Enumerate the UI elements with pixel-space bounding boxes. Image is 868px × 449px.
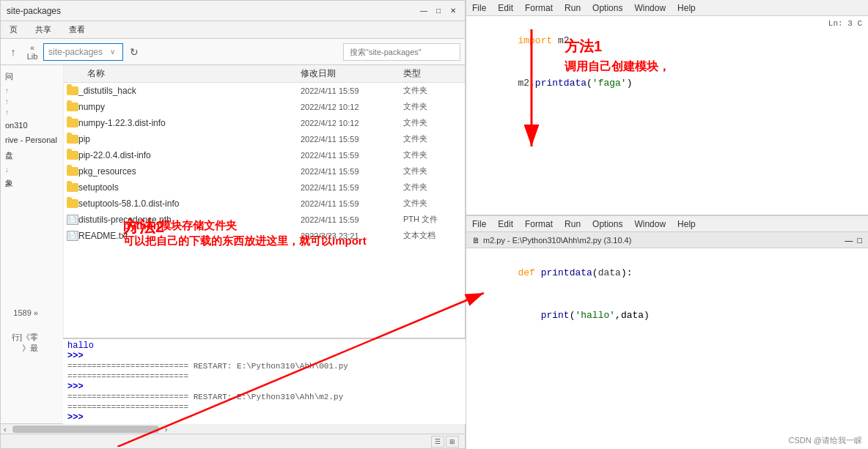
bottom-minimize[interactable]: — xyxy=(845,236,853,245)
folder-icon xyxy=(67,135,78,144)
table-row[interactable]: 📄distutils-precedence.pth2022/4/11 15:59… xyxy=(64,212,465,228)
file-type: 文件夹 xyxy=(403,133,462,144)
menu-edit-top[interactable]: Edit xyxy=(496,3,515,13)
menu-window-top[interactable]: Window xyxy=(633,3,667,13)
line-indicator: Ln: 3 C xyxy=(828,19,862,28)
file-date: 2022/4/11 15:59 xyxy=(301,183,403,192)
editor-bottom-title-bar: 🗎 m2.py - E:\Python310\Ahh\m2.py (3.10.4… xyxy=(466,232,868,248)
address-path[interactable]: site-packages ∨ xyxy=(43,43,123,61)
hscroll-thumb[interactable] xyxy=(12,426,159,433)
editor-bottom: File Edit Format Run Options Window Help… xyxy=(466,216,868,449)
scroll-right-arrow[interactable]: › xyxy=(162,425,171,434)
nav-item-object[interactable]: 象 xyxy=(1,175,63,192)
ribbon-tab-view[interactable]: 查看 xyxy=(66,23,88,37)
back-button[interactable]: « Lib xyxy=(24,44,40,60)
bottom-maximize[interactable]: □ xyxy=(857,236,862,245)
file-type: 文件夹 xyxy=(403,117,462,128)
file-date: 2022/4/11 15:59 xyxy=(301,167,403,176)
terminal-line-restart2: ========================= RESTART: E:\Py… xyxy=(67,392,461,412)
folder-icon xyxy=(67,167,78,176)
folder-icon xyxy=(67,119,78,127)
menu-run-bot[interactable]: Run xyxy=(563,219,582,229)
ribbon-tab-page[interactable]: 页 xyxy=(7,23,21,37)
table-row[interactable]: numpy-1.22.3.dist-info2022/4/12 10:12文件夹 xyxy=(64,115,465,131)
table-row[interactable]: setuptools2022/4/11 15:59文件夹 xyxy=(64,179,465,196)
nav-item-on310[interactable]: on310 xyxy=(1,118,63,133)
col-header-date[interactable]: 修改日期 xyxy=(301,67,403,80)
file-list: _distutils_hack2022/4/11 15:59文件夹numpy20… xyxy=(64,83,465,244)
menu-format-top[interactable]: Format xyxy=(523,3,554,13)
side-labels: 1589 » 行]《零 》最 xyxy=(0,308,41,354)
refresh-button[interactable]: ↻ xyxy=(126,44,142,60)
nav-item-drive[interactable]: rive - Personal xyxy=(1,133,63,147)
scroll-left-arrow[interactable]: ‹ xyxy=(1,425,10,434)
table-row[interactable]: setuptools-58.1.0.dist-info2022/4/11 15:… xyxy=(64,196,465,212)
menu-run-top[interactable]: Run xyxy=(563,3,582,13)
side-label-1589: 1589 » xyxy=(0,308,38,317)
menu-format-bot[interactable]: Format xyxy=(523,219,554,229)
menu-help-bot[interactable]: Help xyxy=(676,219,697,229)
col-header-name[interactable]: 名称 xyxy=(67,67,301,80)
editor-top-content: Ln: 3 C import m2 m2.printdata('faga') xyxy=(466,16,868,215)
file-icon: 📄 xyxy=(67,231,78,241)
file-name: numpy-1.22.3.dist-info xyxy=(78,118,301,128)
file-name: setuptools xyxy=(78,182,301,193)
nav-pin-1: ↑ xyxy=(1,96,63,107)
menu-options-top[interactable]: Options xyxy=(591,3,624,13)
menu-file-bot[interactable]: File xyxy=(471,219,488,229)
file-name: numpy xyxy=(78,102,301,112)
menu-window-bot[interactable]: Window xyxy=(633,219,667,229)
file-name: README.txt xyxy=(78,231,301,241)
hscroll-bar[interactable]: ‹ › xyxy=(1,423,465,434)
file-type: 文件夹 xyxy=(403,198,462,209)
file-name: pip-22.0.4.dist-info xyxy=(78,150,301,160)
details-view-button[interactable]: ⊞ xyxy=(446,436,459,448)
nav-pin-2: ↑ xyxy=(1,107,63,118)
terminal-content: hallo >>> ========================= REST… xyxy=(63,339,466,424)
file-type: PTH 文件 xyxy=(403,214,462,225)
menu-file-top[interactable]: File xyxy=(471,3,488,13)
close-button[interactable]: ✕ xyxy=(447,5,459,17)
nav-pin-0: ↑ xyxy=(1,85,63,96)
up-button[interactable]: ↑ xyxy=(5,44,21,60)
code-line-call: m2.printdata('faga') xyxy=(472,62,862,105)
file-date: 2022/3/23 23:21 xyxy=(301,231,403,240)
file-type: 文件夹 xyxy=(403,101,462,112)
folder-icon xyxy=(67,86,78,95)
table-row[interactable]: pkg_resources2022/4/11 15:59文件夹 xyxy=(64,163,465,179)
file-type: 文件夹 xyxy=(403,85,462,96)
bottom-window-controls: — □ xyxy=(845,236,862,245)
code-line-def: def printdata(data): xyxy=(472,251,862,294)
nav-item-disk[interactable]: 盘 xyxy=(1,147,63,164)
nav-item-0[interactable]: 问 xyxy=(1,68,63,85)
folder-icon xyxy=(67,183,78,192)
file-date: 2022/4/12 10:12 xyxy=(301,103,403,111)
terminal-line-hallo: hallo xyxy=(67,341,461,351)
file-date: 2022/4/11 15:59 xyxy=(301,135,403,144)
search-input[interactable] xyxy=(343,43,460,61)
watermark: CSDN @请给我一睬 xyxy=(789,435,862,446)
editor-panel: File Edit Format Run Options Window Help… xyxy=(466,0,868,449)
ribbon-tab-share[interactable]: 共享 xyxy=(32,23,54,37)
terminal-line-prompt2: >>> xyxy=(67,382,461,392)
terminal-line-prompt1: >>> xyxy=(67,351,461,361)
maximize-button[interactable]: □ xyxy=(433,5,444,17)
file-name: _distutils_hack xyxy=(78,86,301,96)
table-row[interactable]: numpy2022/4/12 10:12文件夹 xyxy=(64,99,465,115)
col-header-type[interactable]: 类型 xyxy=(403,67,462,80)
table-row[interactable]: pip-22.0.4.dist-info2022/4/11 15:59文件夹 xyxy=(64,147,465,163)
table-row[interactable]: 📄README.txt2022/3/23 23:21文本文档 xyxy=(64,228,465,244)
menu-options-bot[interactable]: Options xyxy=(591,219,624,229)
file-date: 2022/4/11 15:59 xyxy=(301,86,403,95)
address-dropdown-arrow[interactable]: ∨ xyxy=(110,48,115,56)
nav-pin-3: ↓ xyxy=(1,164,63,175)
table-row[interactable]: _distutils_hack2022/4/11 15:59文件夹 xyxy=(64,83,465,99)
status-bar: ☰ ⊞ xyxy=(1,434,465,448)
minimize-button[interactable]: — xyxy=(418,5,430,17)
list-view-button[interactable]: ☰ xyxy=(431,436,444,448)
table-row[interactable]: pip2022/4/11 15:59文件夹 xyxy=(64,131,465,147)
file-type: 文本文档 xyxy=(403,230,462,241)
menu-help-top[interactable]: Help xyxy=(676,3,697,13)
menu-edit-bot[interactable]: Edit xyxy=(496,219,515,229)
file-name: pkg_resources xyxy=(78,166,301,177)
